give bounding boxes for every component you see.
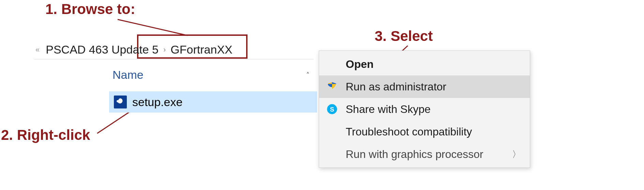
- chevron-right-icon: ›: [163, 45, 166, 54]
- breadcrumb-current[interactable]: GFortranXX: [170, 43, 232, 56]
- ctx-troubleshoot[interactable]: Troubleshoot compatibility: [319, 120, 530, 143]
- skype-icon: S: [325, 104, 339, 115]
- ctx-open-label: Open: [346, 58, 521, 71]
- svg-text:S: S: [330, 106, 334, 113]
- breadcrumb: « PSCAD 463 Update 5 › GFortranXX: [34, 40, 314, 59]
- installer-icon: [114, 96, 127, 108]
- sort-asc-icon: ˄: [306, 71, 310, 79]
- ctx-run-admin[interactable]: Run as administrator: [319, 75, 530, 98]
- breadcrumb-parent[interactable]: PSCAD 463 Update 5: [46, 43, 159, 56]
- chevron-right-icon: 〉: [512, 148, 521, 160]
- ctx-troubleshoot-label: Troubleshoot compatibility: [346, 126, 521, 138]
- column-header-name[interactable]: Name ˄: [113, 68, 314, 82]
- ctx-share-skype-label: Share with Skype: [346, 103, 521, 116]
- ctx-share-skype[interactable]: S Share with Skype: [319, 98, 530, 120]
- column-header-label: Name: [113, 68, 144, 82]
- ctx-run-gpu-label: Run with graphics processor: [346, 148, 505, 161]
- svg-line-0: [118, 19, 188, 35]
- shield-icon: [325, 81, 339, 92]
- callout-step1: 1. Browse to:: [45, 1, 135, 17]
- ctx-open[interactable]: Open: [319, 53, 530, 75]
- file-name: setup.exe: [132, 96, 182, 109]
- file-row-setup[interactable]: setup.exe: [109, 91, 317, 113]
- context-menu: Open Run as administrator S Share with S…: [319, 50, 530, 168]
- svg-line-2: [97, 112, 130, 133]
- callout-step3: 3. Select: [375, 28, 433, 44]
- ctx-run-gpu[interactable]: Run with graphics processor 〉: [319, 143, 530, 165]
- callout-step2: 2. Right-click: [1, 127, 90, 143]
- breadcrumb-back-icon[interactable]: «: [34, 45, 41, 54]
- ctx-run-admin-label: Run as administrator: [346, 81, 521, 93]
